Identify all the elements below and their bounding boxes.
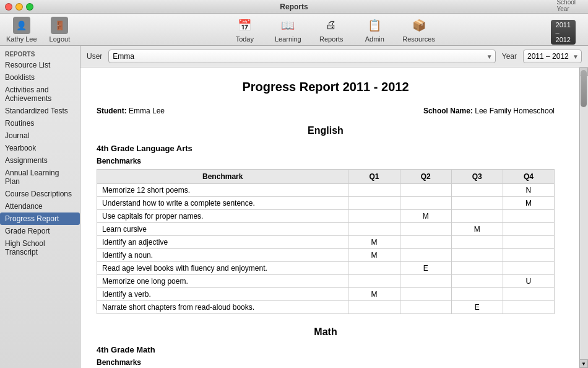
main-layout: REPORTS Resource List Booklists Activiti… (0, 46, 588, 368)
student-school-row: Student: Emma Lee School Name: Lee Famil… (97, 107, 555, 115)
q4-cell (503, 249, 554, 262)
table-row: Memorize 12 short poems. N (97, 184, 555, 197)
q3-cell (451, 275, 503, 288)
minimize-button[interactable] (15, 3, 23, 11)
sidebar-item-attendance[interactable]: Attendance (0, 200, 80, 212)
q3-cell (451, 288, 503, 301)
q4-cell (503, 236, 554, 249)
q1-cell: M (348, 249, 400, 262)
q4-cell: U (503, 275, 554, 288)
table-row: Identify a verb. M (97, 288, 555, 301)
admin-label: Admin (365, 35, 384, 43)
sidebar-item-high-school-transcript[interactable]: High School Transcript (0, 237, 80, 258)
q2-cell (400, 249, 451, 262)
school-info: School Name: Lee Family Homeschool (423, 107, 555, 115)
year-select[interactable]: 2011 – 2012 (523, 50, 582, 63)
sidebar-item-annual-learning-plan[interactable]: Annual Learning Plan (0, 167, 80, 188)
sidebar-item-booklists[interactable]: Booklists (0, 71, 80, 84)
benchmark-name: Memorize one long poem. (97, 275, 348, 288)
sidebar-item-resource-list[interactable]: Resource List (0, 59, 80, 71)
q2-cell (400, 275, 451, 288)
sidebar-item-grade-report[interactable]: Grade Report (0, 225, 80, 237)
today-icon: 📅 (236, 17, 253, 34)
q1-cell: M (348, 288, 400, 301)
user-avatar: 👤 (13, 17, 30, 34)
learning-icon: 📖 (279, 17, 296, 34)
title-bar: Reports (0, 0, 588, 14)
report-content: Progress Report 2011 - 2012 Student: Emm… (80, 68, 579, 368)
q2-cell (400, 301, 451, 314)
q3-cell (451, 236, 503, 249)
report-container: Progress Report 2011 - 2012 Student: Emm… (80, 68, 588, 368)
scrollbar-down-button[interactable]: ▼ (579, 359, 588, 368)
active-school-year-label: Active School Year (556, 0, 576, 12)
q3-cell (451, 184, 503, 197)
q2-cell (400, 197, 451, 210)
sidebar-item-journal[interactable]: Journal (0, 129, 80, 142)
sidebar-item-yearbook[interactable]: Yearbook (0, 142, 80, 154)
q1-cell (348, 262, 400, 275)
table-row: Memorize one long poem. U (97, 275, 555, 288)
table-row: Understand how to write a complete sente… (97, 197, 555, 210)
q3-cell (451, 197, 503, 210)
q1-cell (348, 301, 400, 314)
logout-control[interactable]: 🚪 Logout (50, 17, 71, 43)
sidebar-item-progress-report[interactable]: Progress Report (0, 212, 80, 225)
q4-cell: N (503, 184, 554, 197)
user-select[interactable]: Emma (108, 50, 495, 63)
q3-cell (451, 210, 503, 223)
benchmark-name: Identify an adjective (97, 236, 348, 249)
learning-tool[interactable]: 📖 Learning (272, 17, 303, 43)
resources-tool[interactable]: 📦 Resources (402, 17, 435, 43)
report-scroll[interactable]: Progress Report 2011 - 2012 Student: Emm… (80, 68, 579, 368)
window-controls[interactable] (5, 3, 33, 11)
maximize-button[interactable] (26, 3, 33, 11)
q2-cell (400, 223, 451, 236)
benchmark-name: Narrate short chapters from read-aloud b… (97, 301, 348, 314)
sidebar-item-course-descriptions[interactable]: Course Descriptions (0, 188, 80, 200)
english-col-q4: Q4 (503, 170, 554, 184)
q1-cell (348, 184, 400, 197)
reports-label: Reports (319, 35, 344, 43)
scrollbar-thumb[interactable] (581, 70, 587, 107)
q1-cell (348, 197, 400, 210)
english-grade: 4th Grade Language Arts (97, 144, 555, 153)
year-label: Year (502, 52, 517, 61)
q1-cell (348, 210, 400, 223)
reports-tool[interactable]: 🖨 Reports (316, 17, 347, 43)
sidebar-item-activities[interactable]: Activities and Achievements (0, 84, 80, 105)
q3-cell: M (451, 223, 503, 236)
sidebar-item-assignments[interactable]: Assignments (0, 154, 80, 167)
year-select-wrapper: 2011 – 2012 ▼ (523, 50, 582, 63)
q2-cell: M (400, 210, 451, 223)
sidebar-item-standardized-tests[interactable]: Standardized Tests (0, 105, 80, 117)
english-col-q3: Q3 (451, 170, 503, 184)
benchmark-name: Understand how to write a complete sente… (97, 197, 348, 210)
benchmark-name: Identify a verb. (97, 288, 348, 301)
close-button[interactable] (5, 3, 12, 11)
user-select-wrapper: Emma ▼ (108, 50, 495, 63)
year-badge: 2011 – 2012 (551, 20, 576, 45)
benchmark-name: Learn cursive (97, 223, 348, 236)
sidebar: REPORTS Resource List Booklists Activiti… (0, 46, 80, 368)
user-name: Kathy Lee (6, 35, 37, 43)
math-grade: 4th Grade Math (97, 345, 555, 354)
q4-cell (503, 301, 554, 314)
q4-cell (503, 210, 554, 223)
math-benchmarks-label: Benchmarks (97, 358, 555, 367)
student-info: Student: Emma Lee (97, 107, 165, 115)
english-benchmark-table: Benchmark Q1 Q2 Q3 Q4 Memorize 12 short … (97, 169, 555, 314)
benchmark-name: Read age level books with fluency and en… (97, 262, 348, 275)
sidebar-item-routines[interactable]: Routines (0, 117, 80, 129)
math-subject: Math (97, 326, 555, 338)
user-label: User (87, 52, 102, 61)
user-year-bar: User Emma ▼ Year 2011 – 2012 ▼ (80, 46, 588, 68)
admin-tool[interactable]: 📋 Admin (359, 17, 390, 43)
resources-label: Resources (402, 35, 435, 43)
benchmark-name: Identify a noun. (97, 249, 348, 262)
english-col-q2: Q2 (400, 170, 451, 184)
table-row: Read age level books with fluency and en… (97, 262, 555, 275)
resources-icon: 📦 (410, 17, 428, 34)
today-tool[interactable]: 📅 Today (229, 17, 260, 43)
table-row: Use capitals for proper names. M (97, 210, 555, 223)
